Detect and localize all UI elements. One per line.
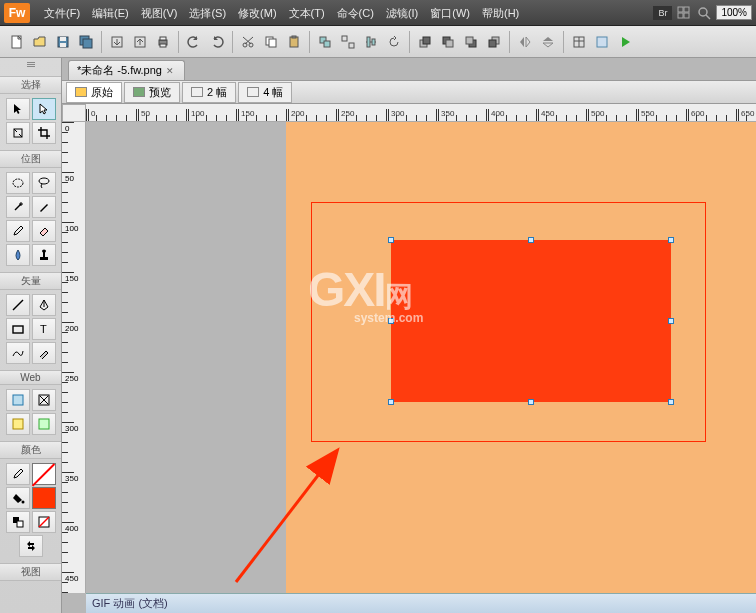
scale-tool[interactable] (6, 122, 30, 144)
menu-window[interactable]: 窗口(W) (424, 0, 476, 26)
four-up-icon (247, 87, 259, 97)
crop-tool[interactable] (32, 122, 56, 144)
pencil-tool[interactable] (6, 220, 30, 242)
undo-button[interactable] (183, 31, 205, 53)
view-tab-4up[interactable]: 4 幅 (238, 82, 292, 103)
svg-line-47 (15, 204, 21, 210)
knife-tool[interactable] (32, 342, 56, 364)
save-all-button[interactable] (75, 31, 97, 53)
line-tool[interactable] (6, 294, 30, 316)
copy-button[interactable] (260, 31, 282, 53)
ruler-vertical[interactable]: 050100150200250300350400450 (62, 122, 86, 593)
lasso-tool[interactable] (32, 172, 56, 194)
canvas-viewport[interactable]: GXI网 system.com (86, 122, 756, 593)
no-color-tool[interactable] (32, 511, 56, 533)
ruler-corner[interactable] (62, 104, 86, 122)
swap-colors-tool[interactable] (19, 535, 43, 557)
search-icon[interactable] (696, 5, 712, 21)
blur-tool[interactable] (6, 244, 30, 266)
paste-button[interactable] (283, 31, 305, 53)
svg-line-51 (13, 300, 23, 310)
view-tab-preview[interactable]: 预览 (124, 82, 180, 103)
default-colors-tool[interactable] (6, 511, 30, 533)
text-tool[interactable]: T (32, 318, 56, 340)
view-tab-original[interactable]: 原始 (66, 82, 122, 103)
document-tab[interactable]: *未命名 -5.fw.png ✕ (68, 60, 185, 80)
svg-point-46 (39, 178, 49, 184)
export-button[interactable] (129, 31, 151, 53)
bring-forward-button[interactable] (437, 31, 459, 53)
rotate-button[interactable] (383, 31, 405, 53)
arrange-icon[interactable] (676, 5, 692, 21)
marquee-tool[interactable] (6, 172, 30, 194)
svg-rect-30 (367, 37, 370, 47)
close-icon[interactable]: ✕ (166, 66, 176, 76)
new-button[interactable] (6, 31, 28, 53)
stroke-swatch[interactable] (32, 463, 56, 485)
tools-section-vector: 矢量 (0, 272, 61, 290)
menu-commands[interactable]: 命令(C) (331, 0, 380, 26)
flip-h-button[interactable] (514, 31, 536, 53)
bring-front-button[interactable] (414, 31, 436, 53)
brush-tool[interactable] (32, 196, 56, 218)
fill-color-tool[interactable] (6, 487, 30, 509)
cut-button[interactable] (237, 31, 259, 53)
menubar: Fw 文件(F) 编辑(E) 视图(V) 选择(S) 修改(M) 文本(T) 命… (0, 0, 756, 26)
group-button[interactable] (314, 31, 336, 53)
subselect-tool[interactable] (32, 98, 56, 120)
svg-point-45 (13, 179, 23, 187)
svg-rect-56 (39, 395, 49, 405)
redo-button[interactable] (206, 31, 228, 53)
show-slice-tool[interactable] (32, 413, 56, 435)
svg-text:T: T (40, 323, 47, 335)
menu-edit[interactable]: 编辑(E) (86, 0, 135, 26)
slice-tool[interactable] (32, 389, 56, 411)
magic-wand-tool[interactable] (6, 196, 30, 218)
svg-rect-11 (83, 39, 92, 48)
play-button[interactable] (614, 31, 636, 53)
menu-file[interactable]: 文件(F) (38, 0, 86, 26)
eraser-tool[interactable] (32, 220, 56, 242)
menu-modify[interactable]: 修改(M) (232, 0, 283, 26)
pen-tool[interactable] (32, 294, 56, 316)
freeform-tool[interactable] (6, 342, 30, 364)
slice-button[interactable] (568, 31, 590, 53)
view-tab-2up[interactable]: 2 幅 (182, 82, 236, 103)
import-button[interactable] (106, 31, 128, 53)
svg-rect-27 (342, 36, 347, 41)
menu-help[interactable]: 帮助(H) (476, 0, 525, 26)
ruler-horizontal[interactable]: 050100150200250300350400450500550600650 (86, 104, 756, 122)
svg-rect-1 (684, 7, 689, 12)
fill-swatch[interactable] (32, 487, 56, 509)
svg-line-19 (243, 37, 251, 44)
svg-rect-44 (14, 129, 22, 137)
pencil-icon (75, 87, 87, 97)
pointer-tool[interactable] (6, 98, 30, 120)
stamp-tool[interactable] (32, 244, 56, 266)
svg-rect-62 (39, 517, 49, 527)
bridge-icon[interactable]: Br (653, 6, 672, 20)
panel-grip[interactable] (27, 62, 35, 72)
menu-view[interactable]: 视图(V) (135, 0, 184, 26)
stroke-color-tool[interactable] (6, 463, 30, 485)
send-backward-button[interactable] (460, 31, 482, 53)
menu-text[interactable]: 文本(T) (283, 0, 331, 26)
align-button[interactable] (360, 31, 382, 53)
open-button[interactable] (29, 31, 51, 53)
menu-filters[interactable]: 滤镜(I) (380, 0, 424, 26)
ungroup-button[interactable] (337, 31, 359, 53)
print-button[interactable] (152, 31, 174, 53)
tools-section-view: 视图 (0, 563, 61, 581)
hotspot-button[interactable] (591, 31, 613, 53)
hotspot-tool[interactable] (6, 389, 30, 411)
selection-handles[interactable] (391, 240, 671, 402)
hide-slice-tool[interactable] (6, 413, 30, 435)
flip-v-button[interactable] (537, 31, 559, 53)
save-button[interactable] (52, 31, 74, 53)
svg-rect-53 (13, 326, 23, 333)
document-area: *未命名 -5.fw.png ✕ 原始 预览 2 幅 4 幅 050100150… (62, 58, 756, 613)
menu-select[interactable]: 选择(S) (183, 0, 232, 26)
send-back-button[interactable] (483, 31, 505, 53)
zoom-level[interactable]: 100% (716, 5, 752, 20)
rect-tool[interactable] (6, 318, 30, 340)
